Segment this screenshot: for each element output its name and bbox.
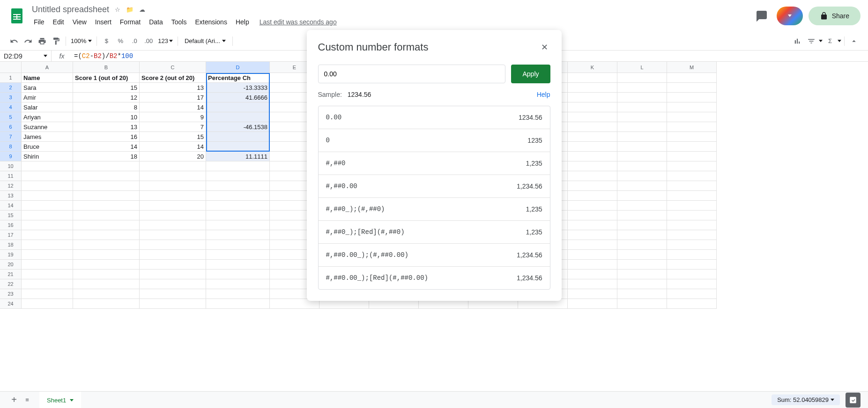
format-option[interactable]: #,##0.001,234.56: [319, 175, 550, 198]
format-option[interactable]: 01235: [319, 129, 550, 152]
format-pattern: #,##0.00: [326, 182, 357, 190]
format-option[interactable]: #,##0.00_);[Red](#,##0.00)1,234.56: [319, 267, 550, 289]
format-preview: 1,235: [526, 205, 542, 213]
format-preview: 1,235: [526, 160, 542, 167]
modal-overlay: Custom number formats ✕ Apply Sample: 12…: [0, 0, 868, 391]
format-pattern: 0: [326, 137, 330, 144]
format-option[interactable]: 0.001234.56: [319, 106, 550, 129]
format-preview: 1,234.56: [517, 251, 542, 259]
format-option[interactable]: #,##0_);[Red](#,##0)1,235: [319, 221, 550, 244]
format-pattern: #,##0_);(#,##0): [326, 205, 385, 213]
close-button[interactable]: ✕: [539, 42, 550, 53]
format-option[interactable]: #,##0.00_);(#,##0.00)1,234.56: [319, 244, 550, 267]
apply-button[interactable]: Apply: [511, 65, 550, 83]
dialog-title: Custom number formats: [318, 41, 429, 53]
format-preview: 1,234.56: [517, 274, 542, 282]
help-link[interactable]: Help: [537, 91, 550, 98]
format-option[interactable]: #,##0_);(#,##0)1,235: [319, 198, 550, 221]
format-preview: 1,234.56: [517, 182, 542, 190]
sample-label: Sample: 1234.56: [318, 91, 371, 98]
format-preview: 1235: [527, 137, 542, 144]
custom-number-formats-dialog: Custom number formats ✕ Apply Sample: 12…: [307, 30, 562, 301]
format-pattern: #,##0.00_);[Red](#,##0.00): [326, 274, 428, 282]
format-option[interactable]: #,##01,235: [319, 152, 550, 175]
format-pattern: #,##0.00_);(#,##0.00): [326, 251, 408, 259]
format-preview: 1234.56: [519, 114, 542, 121]
format-preview: 1,235: [526, 228, 542, 236]
format-pattern: #,##0_);[Red](#,##0): [326, 228, 405, 236]
format-input[interactable]: [318, 65, 506, 83]
format-pattern: #,##0: [326, 160, 346, 167]
format-pattern: 0.00: [326, 114, 342, 121]
format-list: 0.001234.5601235#,##01,235#,##0.001,234.…: [318, 106, 550, 290]
